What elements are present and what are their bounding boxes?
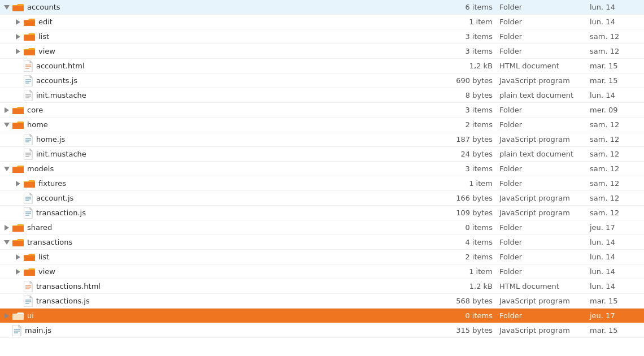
expand-arrow[interactable] bbox=[14, 267, 23, 276]
svg-rect-7 bbox=[24, 50, 35, 55]
list-item[interactable]: core3 itemsFoldermer. 09 bbox=[0, 103, 644, 118]
svg-rect-44 bbox=[24, 270, 35, 276]
name-column: accounts bbox=[0, 3, 441, 12]
svg-rect-30 bbox=[24, 182, 35, 188]
date-column: mar. 15 bbox=[588, 76, 644, 85]
list-item[interactable]: view3 itemsFoldersam. 12 bbox=[0, 44, 644, 59]
type-column: HTML document bbox=[497, 62, 588, 70]
item-name: transactions.html bbox=[36, 282, 101, 290]
date-column: sam. 12 bbox=[588, 120, 644, 129]
type-column: Folder bbox=[497, 311, 588, 320]
type-column: Folder bbox=[497, 120, 588, 129]
file-list[interactable]: accounts6 itemsFolderlun. 14 edit1 itemF… bbox=[0, 0, 644, 356]
list-item[interactable]: account.js166 bytesJavaScript programsam… bbox=[0, 191, 644, 206]
item-name: view bbox=[38, 267, 55, 276]
svg-rect-3 bbox=[24, 20, 35, 26]
list-item[interactable]: list2 itemsFolderlun. 14 bbox=[0, 250, 644, 264]
svg-rect-42 bbox=[24, 255, 35, 261]
svg-rect-18 bbox=[12, 108, 24, 114]
file-icon bbox=[12, 325, 21, 336]
expand-arrow[interactable] bbox=[2, 106, 11, 115]
item-name: shared bbox=[27, 223, 52, 232]
expander-placeholder bbox=[14, 91, 23, 100]
size-column: 24 bytes bbox=[441, 150, 497, 158]
expander-placeholder bbox=[14, 150, 23, 159]
expand-arrow[interactable] bbox=[2, 238, 11, 247]
list-item[interactable]: init.mustache8 bytesplain text documentl… bbox=[0, 88, 644, 103]
list-item[interactable]: account.html1,2 kBHTML documentmar. 15 bbox=[0, 59, 644, 73]
size-column: 690 bytes bbox=[441, 76, 497, 85]
expander-placeholder bbox=[14, 209, 23, 218]
type-column: JavaScript program bbox=[497, 297, 588, 305]
list-item[interactable]: accounts6 itemsFolderlun. 14 bbox=[0, 0, 644, 15]
list-item[interactable]: ui0 itemsFolderjeu. 17 bbox=[0, 309, 644, 323]
file-icon bbox=[24, 193, 33, 204]
date-column: sam. 12 bbox=[588, 135, 644, 144]
list-item[interactable]: main.js315 bytesJavaScript programmar. 1… bbox=[0, 323, 644, 338]
size-column: 315 bytes bbox=[441, 326, 497, 335]
name-column: shared bbox=[0, 223, 441, 232]
list-item[interactable]: view1 itemFolderlun. 14 bbox=[0, 264, 644, 279]
folder-icon bbox=[24, 179, 35, 188]
list-item[interactable]: list3 itemsFoldersam. 12 bbox=[0, 29, 644, 44]
list-item[interactable]: home.js187 bytesJavaScript programsam. 1… bbox=[0, 132, 644, 147]
list-item[interactable]: transactions4 itemsFolderlun. 14 bbox=[0, 235, 644, 250]
size-column: 166 bytes bbox=[441, 194, 497, 202]
list-item[interactable]: shared0 itemsFolderjeu. 17 bbox=[0, 220, 644, 235]
expand-arrow[interactable] bbox=[2, 120, 11, 129]
expand-arrow[interactable] bbox=[14, 47, 23, 56]
type-column: JavaScript program bbox=[497, 76, 588, 85]
type-column: Folder bbox=[497, 164, 588, 173]
name-column: models bbox=[0, 164, 441, 173]
folder-icon bbox=[12, 106, 24, 115]
name-column: transactions.html bbox=[0, 281, 441, 292]
expand-arrow[interactable] bbox=[14, 32, 23, 41]
name-column: transaction.js bbox=[0, 207, 441, 219]
name-column: edit bbox=[0, 18, 441, 27]
list-item[interactable]: transactions.html1,2 kBHTML documentlun.… bbox=[0, 279, 644, 294]
expander-placeholder bbox=[14, 194, 23, 203]
date-column: lun. 14 bbox=[588, 91, 644, 99]
list-item[interactable]: models3 itemsFoldersam. 12 bbox=[0, 162, 644, 176]
date-column: lun. 14 bbox=[588, 238, 644, 246]
name-column: fixtures bbox=[0, 179, 441, 188]
list-item[interactable]: edit1 itemFolderlun. 14 bbox=[0, 15, 644, 29]
size-column: 1 item bbox=[441, 179, 497, 188]
list-item[interactable]: transactions.js568 bytesJavaScript progr… bbox=[0, 294, 644, 309]
list-item[interactable]: init.mustache24 bytesplain text document… bbox=[0, 147, 644, 162]
name-column: init.mustache bbox=[0, 149, 441, 160]
date-column: jeu. 17 bbox=[588, 311, 644, 320]
name-column: view bbox=[0, 47, 441, 56]
item-name: init.mustache bbox=[36, 91, 86, 99]
expand-arrow[interactable] bbox=[14, 179, 23, 188]
expand-arrow[interactable] bbox=[2, 3, 11, 12]
expand-arrow[interactable] bbox=[2, 311, 11, 320]
list-item[interactable]: transaction.js109 bytesJavaScript progra… bbox=[0, 206, 644, 220]
expander-placeholder bbox=[14, 297, 23, 306]
list-item[interactable]: home2 itemsFoldersam. 12 bbox=[0, 118, 644, 132]
item-name: list bbox=[38, 32, 49, 41]
name-column: list bbox=[0, 253, 441, 262]
size-column: 3 items bbox=[441, 47, 497, 55]
type-column: Folder bbox=[497, 223, 588, 232]
item-name: core bbox=[27, 106, 43, 114]
expand-arrow[interactable] bbox=[14, 253, 23, 262]
type-column: Folder bbox=[497, 179, 588, 188]
type-column: HTML document bbox=[497, 282, 588, 290]
name-column: home.js bbox=[0, 134, 441, 145]
name-column: transactions bbox=[0, 238, 441, 247]
item-name: account.html bbox=[36, 62, 85, 70]
expand-arrow[interactable] bbox=[2, 223, 11, 232]
folder-icon bbox=[12, 164, 24, 173]
folder-icon bbox=[24, 267, 35, 276]
file-icon bbox=[24, 60, 33, 72]
folder-icon bbox=[12, 238, 24, 247]
list-item[interactable]: fixtures1 itemFoldersam. 12 bbox=[0, 176, 644, 191]
expand-arrow[interactable] bbox=[14, 18, 23, 27]
name-column: accounts.js bbox=[0, 75, 441, 86]
name-column: transactions.js bbox=[0, 296, 441, 307]
expand-arrow[interactable] bbox=[2, 164, 11, 173]
list-item[interactable]: accounts.js690 bytesJavaScript programma… bbox=[0, 73, 644, 88]
date-column: mar. 15 bbox=[588, 62, 644, 70]
expander-placeholder bbox=[2, 326, 11, 335]
